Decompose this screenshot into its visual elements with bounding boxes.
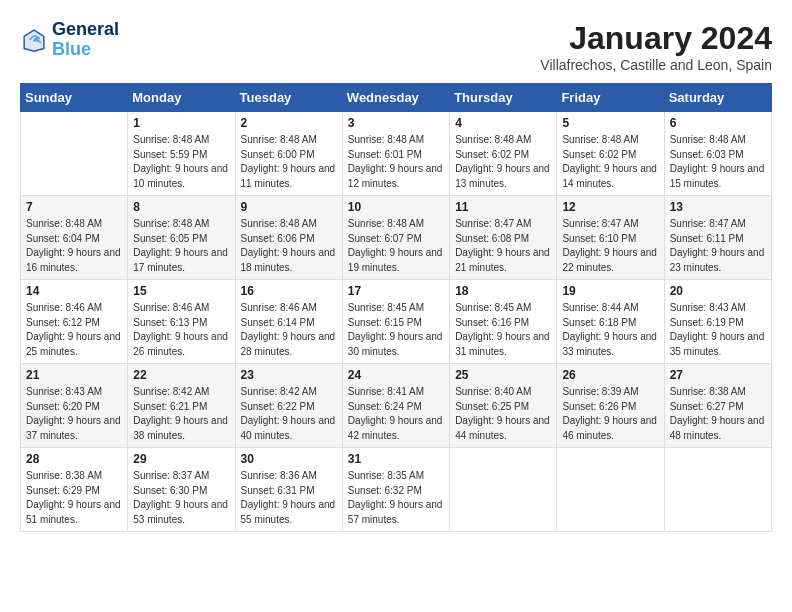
daylight-text: Daylight: 9 hours and 31 minutes. <box>455 331 550 357</box>
day-cell: 15 Sunrise: 8:46 AM Sunset: 6:13 PM Dayl… <box>128 280 235 364</box>
sunset-text: Sunset: 6:15 PM <box>348 317 422 328</box>
day-info: Sunrise: 8:39 AM Sunset: 6:26 PM Dayligh… <box>562 385 658 443</box>
day-info: Sunrise: 8:48 AM Sunset: 6:07 PM Dayligh… <box>348 217 444 275</box>
day-number: 22 <box>133 368 229 382</box>
header-thursday: Thursday <box>450 84 557 112</box>
daylight-text: Daylight: 9 hours and 55 minutes. <box>241 499 336 525</box>
sunrise-text: Sunrise: 8:45 AM <box>348 302 424 313</box>
day-number: 16 <box>241 284 337 298</box>
sunrise-text: Sunrise: 8:45 AM <box>455 302 531 313</box>
sunrise-text: Sunrise: 8:46 AM <box>26 302 102 313</box>
day-cell: 7 Sunrise: 8:48 AM Sunset: 6:04 PM Dayli… <box>21 196 128 280</box>
day-number: 12 <box>562 200 658 214</box>
logo-text: GeneralBlue <box>52 20 119 60</box>
daylight-text: Daylight: 9 hours and 30 minutes. <box>348 331 443 357</box>
day-cell: 28 Sunrise: 8:38 AM Sunset: 6:29 PM Dayl… <box>21 448 128 532</box>
sunset-text: Sunset: 6:13 PM <box>133 317 207 328</box>
sunset-text: Sunset: 6:16 PM <box>455 317 529 328</box>
day-cell: 19 Sunrise: 8:44 AM Sunset: 6:18 PM Dayl… <box>557 280 664 364</box>
day-info: Sunrise: 8:48 AM Sunset: 5:59 PM Dayligh… <box>133 133 229 191</box>
sunrise-text: Sunrise: 8:42 AM <box>133 386 209 397</box>
sunset-text: Sunset: 6:26 PM <box>562 401 636 412</box>
day-cell: 12 Sunrise: 8:47 AM Sunset: 6:10 PM Dayl… <box>557 196 664 280</box>
day-number: 25 <box>455 368 551 382</box>
sunset-text: Sunset: 6:30 PM <box>133 485 207 496</box>
sunrise-text: Sunrise: 8:39 AM <box>562 386 638 397</box>
day-number: 26 <box>562 368 658 382</box>
sunrise-text: Sunrise: 8:48 AM <box>26 218 102 229</box>
daylight-text: Daylight: 9 hours and 15 minutes. <box>670 163 765 189</box>
day-number: 7 <box>26 200 122 214</box>
day-number: 30 <box>241 452 337 466</box>
sunrise-text: Sunrise: 8:48 AM <box>562 134 638 145</box>
sunrise-text: Sunrise: 8:43 AM <box>670 302 746 313</box>
calendar-header-row: SundayMondayTuesdayWednesdayThursdayFrid… <box>21 84 772 112</box>
day-number: 11 <box>455 200 551 214</box>
page-header: GeneralBlue January 2024 Villafrechos, C… <box>20 20 772 73</box>
day-cell: 20 Sunrise: 8:43 AM Sunset: 6:19 PM Dayl… <box>664 280 771 364</box>
day-number: 5 <box>562 116 658 130</box>
daylight-text: Daylight: 9 hours and 40 minutes. <box>241 415 336 441</box>
daylight-text: Daylight: 9 hours and 12 minutes. <box>348 163 443 189</box>
day-cell: 3 Sunrise: 8:48 AM Sunset: 6:01 PM Dayli… <box>342 112 449 196</box>
sunset-text: Sunset: 6:32 PM <box>348 485 422 496</box>
day-number: 20 <box>670 284 766 298</box>
daylight-text: Daylight: 9 hours and 26 minutes. <box>133 331 228 357</box>
day-info: Sunrise: 8:36 AM Sunset: 6:31 PM Dayligh… <box>241 469 337 527</box>
day-cell: 1 Sunrise: 8:48 AM Sunset: 5:59 PM Dayli… <box>128 112 235 196</box>
day-info: Sunrise: 8:44 AM Sunset: 6:18 PM Dayligh… <box>562 301 658 359</box>
sunrise-text: Sunrise: 8:46 AM <box>241 302 317 313</box>
day-info: Sunrise: 8:48 AM Sunset: 6:06 PM Dayligh… <box>241 217 337 275</box>
sunset-text: Sunset: 6:19 PM <box>670 317 744 328</box>
header-sunday: Sunday <box>21 84 128 112</box>
sunset-text: Sunset: 6:27 PM <box>670 401 744 412</box>
day-cell: 2 Sunrise: 8:48 AM Sunset: 6:00 PM Dayli… <box>235 112 342 196</box>
day-info: Sunrise: 8:45 AM Sunset: 6:16 PM Dayligh… <box>455 301 551 359</box>
day-info: Sunrise: 8:48 AM Sunset: 6:01 PM Dayligh… <box>348 133 444 191</box>
day-number: 28 <box>26 452 122 466</box>
day-info: Sunrise: 8:42 AM Sunset: 6:21 PM Dayligh… <box>133 385 229 443</box>
sunset-text: Sunset: 6:18 PM <box>562 317 636 328</box>
day-number: 6 <box>670 116 766 130</box>
day-cell: 9 Sunrise: 8:48 AM Sunset: 6:06 PM Dayli… <box>235 196 342 280</box>
day-number: 23 <box>241 368 337 382</box>
daylight-text: Daylight: 9 hours and 28 minutes. <box>241 331 336 357</box>
sunrise-text: Sunrise: 8:40 AM <box>455 386 531 397</box>
sunset-text: Sunset: 6:03 PM <box>670 149 744 160</box>
day-cell: 16 Sunrise: 8:46 AM Sunset: 6:14 PM Dayl… <box>235 280 342 364</box>
sunrise-text: Sunrise: 8:48 AM <box>348 218 424 229</box>
logo-icon <box>20 26 48 54</box>
daylight-text: Daylight: 9 hours and 16 minutes. <box>26 247 121 273</box>
sunset-text: Sunset: 6:22 PM <box>241 401 315 412</box>
daylight-text: Daylight: 9 hours and 10 minutes. <box>133 163 228 189</box>
logo: GeneralBlue <box>20 20 119 60</box>
daylight-text: Daylight: 9 hours and 48 minutes. <box>670 415 765 441</box>
day-info: Sunrise: 8:43 AM Sunset: 6:19 PM Dayligh… <box>670 301 766 359</box>
daylight-text: Daylight: 9 hours and 19 minutes. <box>348 247 443 273</box>
day-cell: 8 Sunrise: 8:48 AM Sunset: 6:05 PM Dayli… <box>128 196 235 280</box>
sunrise-text: Sunrise: 8:43 AM <box>26 386 102 397</box>
sunset-text: Sunset: 6:04 PM <box>26 233 100 244</box>
day-info: Sunrise: 8:35 AM Sunset: 6:32 PM Dayligh… <box>348 469 444 527</box>
sunset-text: Sunset: 6:24 PM <box>348 401 422 412</box>
day-info: Sunrise: 8:48 AM Sunset: 6:05 PM Dayligh… <box>133 217 229 275</box>
sunrise-text: Sunrise: 8:48 AM <box>241 134 317 145</box>
day-cell <box>21 112 128 196</box>
sunset-text: Sunset: 6:07 PM <box>348 233 422 244</box>
day-number: 4 <box>455 116 551 130</box>
day-info: Sunrise: 8:48 AM Sunset: 6:00 PM Dayligh… <box>241 133 337 191</box>
sunset-text: Sunset: 6:12 PM <box>26 317 100 328</box>
day-info: Sunrise: 8:47 AM Sunset: 6:11 PM Dayligh… <box>670 217 766 275</box>
day-cell: 17 Sunrise: 8:45 AM Sunset: 6:15 PM Dayl… <box>342 280 449 364</box>
day-number: 10 <box>348 200 444 214</box>
day-cell: 13 Sunrise: 8:47 AM Sunset: 6:11 PM Dayl… <box>664 196 771 280</box>
sunset-text: Sunset: 6:25 PM <box>455 401 529 412</box>
daylight-text: Daylight: 9 hours and 33 minutes. <box>562 331 657 357</box>
sunset-text: Sunset: 6:05 PM <box>133 233 207 244</box>
day-cell: 6 Sunrise: 8:48 AM Sunset: 6:03 PM Dayli… <box>664 112 771 196</box>
day-info: Sunrise: 8:48 AM Sunset: 6:04 PM Dayligh… <box>26 217 122 275</box>
day-number: 14 <box>26 284 122 298</box>
day-number: 13 <box>670 200 766 214</box>
day-cell: 25 Sunrise: 8:40 AM Sunset: 6:25 PM Dayl… <box>450 364 557 448</box>
day-cell: 4 Sunrise: 8:48 AM Sunset: 6:02 PM Dayli… <box>450 112 557 196</box>
